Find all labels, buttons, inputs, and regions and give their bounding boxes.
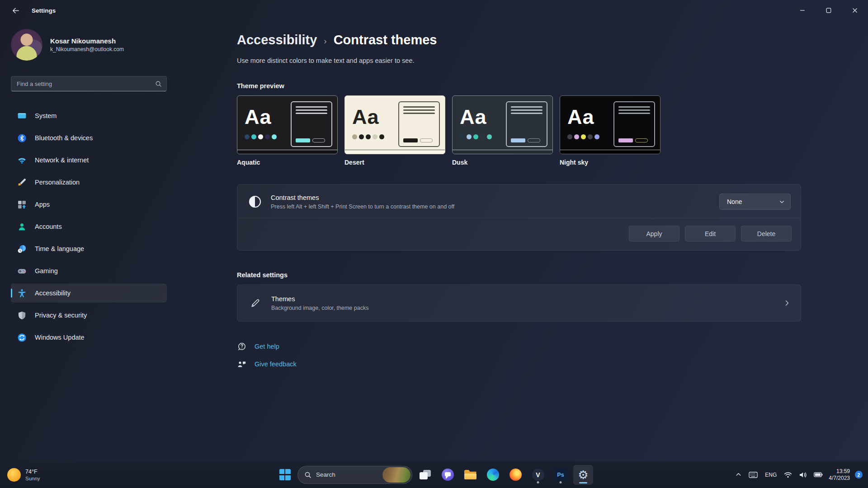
notification-badge[interactable]: 2 <box>855 471 863 479</box>
chat-glyph <box>442 469 454 481</box>
language-indicator[interactable]: ENG <box>764 472 778 478</box>
taskbar-photoshop-icon[interactable]: Ps <box>551 465 571 485</box>
volume-icon[interactable] <box>798 470 808 480</box>
app-title: Settings <box>32 7 56 14</box>
system-tray: ENG 13:59 4/7/2023 2 <box>734 461 863 488</box>
taskbar-firefox-icon[interactable] <box>505 465 525 485</box>
pencil-icon <box>250 297 261 309</box>
user-name: Kosar Nikoumanesh <box>50 37 124 45</box>
window-controls <box>789 0 868 21</box>
taskbar-edge-icon[interactable] <box>483 465 503 485</box>
give-feedback-link[interactable]: Give feedback <box>237 359 297 369</box>
search-icon <box>155 81 162 87</box>
sidebar-item-label: Accessibility <box>35 289 71 297</box>
taskbar-file-explorer-icon[interactable] <box>460 465 480 485</box>
sidebar-item-accounts[interactable]: Accounts <box>11 217 167 236</box>
theme-color-dots <box>460 134 492 139</box>
theme-sample-text: Aa <box>245 107 272 127</box>
clock[interactable]: 13:59 4/7/2023 <box>829 468 850 482</box>
sidebar-item-label: Windows Update <box>35 334 85 341</box>
windows-logo-icon <box>279 469 291 480</box>
sidebar-item-privacy-security[interactable]: Privacy & security <box>11 306 167 325</box>
theme-mini-window <box>613 101 655 147</box>
sidebar-item-personalization[interactable]: Personalization <box>11 173 167 192</box>
search-input[interactable] <box>17 81 155 87</box>
accessibility-icon <box>17 289 27 298</box>
minimize-button[interactable] <box>789 0 816 21</box>
taskbar-task-view-icon[interactable] <box>415 465 435 485</box>
main-content: Accessibility › Contrast themes Use more… <box>168 21 868 461</box>
taskbar-v-app-icon[interactable]: V <box>528 465 548 485</box>
touch-keyboard-icon[interactable] <box>748 470 759 480</box>
sidebar-item-bluetooth-devices[interactable]: Bluetooth & devices <box>11 128 167 147</box>
taskbar-chat-icon[interactable] <box>438 465 458 485</box>
search-highlight-image <box>382 467 410 483</box>
sidebar-item-system[interactable]: System <box>11 106 167 125</box>
tray-date: 4/7/2023 <box>829 475 850 482</box>
titlebar: Settings <box>0 0 868 21</box>
search-label: Search <box>316 471 335 478</box>
apply-button[interactable]: Apply <box>629 226 679 242</box>
theme-color-dots <box>567 134 599 139</box>
theme-color-dots <box>352 134 384 139</box>
mini-secondary-button <box>420 138 433 142</box>
themes-row-title: Themes <box>271 295 368 303</box>
wifi-icon[interactable] <box>783 470 793 480</box>
start-button[interactable] <box>275 465 295 485</box>
dropdown-value: None <box>727 198 742 205</box>
theme-card-preview: Aa <box>237 95 338 154</box>
tray-time: 13:59 <box>829 468 850 475</box>
mini-secondary-button <box>635 138 648 142</box>
sidebar-item-network-internet[interactable]: Network & internet <box>11 151 167 170</box>
breadcrumb-separator: › <box>324 36 326 46</box>
sidebar-item-accessibility[interactable]: Accessibility <box>11 284 167 303</box>
contrast-theme-dropdown[interactable]: None <box>719 194 791 210</box>
mini-primary-button <box>296 138 310 142</box>
maximize-button[interactable] <box>816 0 842 21</box>
find-a-setting-searchbox[interactable] <box>11 76 167 91</box>
battery-icon[interactable] <box>813 470 824 479</box>
close-button[interactable] <box>842 0 868 21</box>
mini-secondary-button <box>312 138 325 142</box>
theme-card-night-sky[interactable]: Aa Night sky <box>560 95 660 166</box>
tray-chevron-up-icon[interactable] <box>734 469 743 480</box>
weather-widget[interactable]: 74°F Sunny <box>7 461 40 488</box>
time-language-icon <box>17 244 27 254</box>
gaming-icon <box>17 266 27 276</box>
sidebar-item-windows-update[interactable]: Windows Update <box>11 328 167 347</box>
running-indicator <box>560 481 562 483</box>
taskbar-search[interactable]: Search <box>297 466 412 484</box>
get-help-label: Get help <box>255 343 279 350</box>
sidebar-item-label: Bluetooth & devices <box>35 134 93 142</box>
delete-button[interactable]: Delete <box>741 226 792 242</box>
contrast-icon <box>248 195 262 208</box>
edit-button[interactable]: Edit <box>685 226 736 242</box>
taskbar-apps: VPs⚙ <box>415 465 593 485</box>
theme-preview-label: Theme preview <box>237 82 801 90</box>
theme-card-preview: Aa <box>344 95 445 154</box>
theme-mini-taskbar <box>453 150 552 154</box>
theme-name: Night sky <box>560 159 660 166</box>
contrast-themes-panel: Contrast themes Press left Alt + left Sh… <box>237 184 801 251</box>
theme-card-aquatic[interactable]: Aa Aquatic <box>237 95 338 166</box>
sidebar-item-gaming[interactable]: Gaming <box>11 261 167 280</box>
theme-card-desert[interactable]: Aa Desert <box>344 95 445 166</box>
sidebar-item-label: Privacy & security <box>35 312 87 319</box>
theme-card-dusk[interactable]: Aa Dusk <box>452 95 553 166</box>
taskbar-center: Search VPs⚙ <box>275 461 593 488</box>
taskbar-settings-icon[interactable]: ⚙ <box>573 465 593 485</box>
back-button[interactable] <box>6 3 24 18</box>
breadcrumb-parent[interactable]: Accessibility <box>237 33 317 47</box>
theme-sample-text: Aa <box>460 107 487 127</box>
theme-mini-taskbar <box>237 150 337 154</box>
account-profile[interactable]: Kosar Nikoumanesh k_Nikoumanesh@outlook.… <box>11 29 168 61</box>
firefox-glyph <box>509 469 522 481</box>
page-title: Contrast themes <box>334 33 437 47</box>
sidebar-item-label: System <box>35 112 57 119</box>
themes-settings-row[interactable]: Themes Background image, color, theme pa… <box>237 284 801 322</box>
get-help-link[interactable]: Get help <box>237 341 279 351</box>
sidebar-item-apps[interactable]: Apps <box>11 195 167 214</box>
mini-primary-button <box>618 138 633 142</box>
back-arrow-icon <box>12 7 19 14</box>
sidebar-item-time-language[interactable]: Time & language <box>11 239 167 258</box>
